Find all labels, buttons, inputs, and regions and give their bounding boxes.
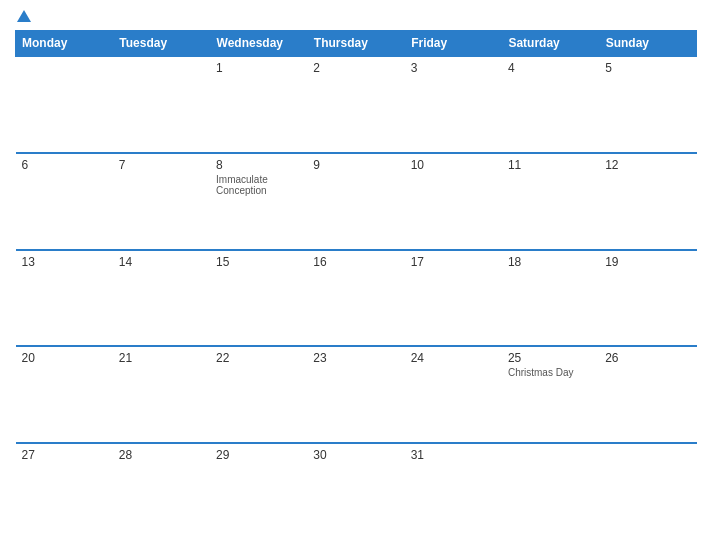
event-label: Christmas Day — [508, 367, 593, 378]
weekday-header-sunday: Sunday — [599, 31, 696, 57]
week-row-3: 13141516171819 — [16, 250, 697, 347]
calendar-cell: 10 — [405, 153, 502, 250]
date-number: 24 — [411, 351, 496, 365]
date-number: 25 — [508, 351, 593, 365]
calendar-cell: 15 — [210, 250, 307, 347]
weekday-header-row: MondayTuesdayWednesdayThursdayFridaySatu… — [16, 31, 697, 57]
weekday-header-friday: Friday — [405, 31, 502, 57]
page-header — [15, 10, 697, 22]
date-number: 13 — [22, 255, 107, 269]
weekday-header-monday: Monday — [16, 31, 113, 57]
date-number: 1 — [216, 61, 301, 75]
calendar-cell — [16, 56, 113, 153]
date-number: 27 — [22, 448, 107, 462]
calendar-cell: 13 — [16, 250, 113, 347]
calendar-cell: 23 — [307, 346, 404, 443]
event-label: Immaculate Conception — [216, 174, 301, 196]
date-number: 11 — [508, 158, 593, 172]
calendar-cell: 7 — [113, 153, 210, 250]
calendar-cell: 22 — [210, 346, 307, 443]
date-number: 9 — [313, 158, 398, 172]
weekday-header-saturday: Saturday — [502, 31, 599, 57]
calendar-cell: 25Christmas Day — [502, 346, 599, 443]
calendar-cell — [113, 56, 210, 153]
weekday-header-tuesday: Tuesday — [113, 31, 210, 57]
date-number: 26 — [605, 351, 690, 365]
calendar-cell: 19 — [599, 250, 696, 347]
date-number: 30 — [313, 448, 398, 462]
date-number: 28 — [119, 448, 204, 462]
date-number: 15 — [216, 255, 301, 269]
calendar-cell: 9 — [307, 153, 404, 250]
calendar-table: MondayTuesdayWednesdayThursdayFridaySatu… — [15, 30, 697, 540]
calendar-cell: 2 — [307, 56, 404, 153]
date-number: 2 — [313, 61, 398, 75]
date-number: 23 — [313, 351, 398, 365]
calendar-cell: 28 — [113, 443, 210, 540]
date-number: 17 — [411, 255, 496, 269]
date-number: 18 — [508, 255, 593, 269]
calendar-cell: 29 — [210, 443, 307, 540]
calendar-cell: 20 — [16, 346, 113, 443]
calendar-cell — [502, 443, 599, 540]
weekday-header-wednesday: Wednesday — [210, 31, 307, 57]
date-number: 22 — [216, 351, 301, 365]
date-number: 31 — [411, 448, 496, 462]
week-row-4: 202122232425Christmas Day26 — [16, 346, 697, 443]
calendar-cell: 14 — [113, 250, 210, 347]
weekday-header-thursday: Thursday — [307, 31, 404, 57]
date-number: 29 — [216, 448, 301, 462]
calendar-cell: 3 — [405, 56, 502, 153]
date-number: 20 — [22, 351, 107, 365]
calendar-cell: 27 — [16, 443, 113, 540]
date-number: 8 — [216, 158, 301, 172]
week-row-1: 12345 — [16, 56, 697, 153]
calendar-cell: 11 — [502, 153, 599, 250]
calendar-cell — [599, 443, 696, 540]
date-number: 3 — [411, 61, 496, 75]
calendar-cell: 1 — [210, 56, 307, 153]
calendar-cell: 31 — [405, 443, 502, 540]
date-number: 12 — [605, 158, 690, 172]
calendar-cell: 18 — [502, 250, 599, 347]
calendar-cell: 6 — [16, 153, 113, 250]
calendar-cell: 12 — [599, 153, 696, 250]
calendar-cell: 17 — [405, 250, 502, 347]
week-row-2: 678Immaculate Conception9101112 — [16, 153, 697, 250]
date-number: 7 — [119, 158, 204, 172]
date-number: 10 — [411, 158, 496, 172]
date-number: 6 — [22, 158, 107, 172]
calendar-cell: 5 — [599, 56, 696, 153]
date-number: 21 — [119, 351, 204, 365]
calendar-cell: 24 — [405, 346, 502, 443]
logo-triangle-icon — [17, 10, 31, 22]
date-number: 4 — [508, 61, 593, 75]
date-number: 5 — [605, 61, 690, 75]
date-number: 19 — [605, 255, 690, 269]
calendar-cell: 26 — [599, 346, 696, 443]
logo — [15, 10, 31, 22]
date-number: 14 — [119, 255, 204, 269]
calendar-cell: 30 — [307, 443, 404, 540]
calendar-cell: 4 — [502, 56, 599, 153]
calendar-cell: 21 — [113, 346, 210, 443]
calendar-cell: 16 — [307, 250, 404, 347]
date-number: 16 — [313, 255, 398, 269]
week-row-5: 2728293031 — [16, 443, 697, 540]
calendar-cell: 8Immaculate Conception — [210, 153, 307, 250]
